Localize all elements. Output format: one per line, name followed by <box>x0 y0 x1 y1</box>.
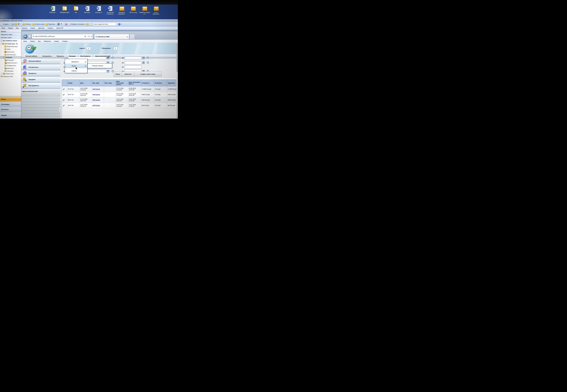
col-debt[interactable]: Задолжен <box>167 80 177 86</box>
desktop-icon-mail-msg[interactable]: Если у переводчи... <box>151 6 162 15</box>
crm-side-counterparties[interactable]: Контрагенты <box>21 64 60 70</box>
nav-contacts-button[interactable]: Контакты <box>0 107 21 112</box>
desktop-icon-excel[interactable]: X ОПЛАТЫ!!.... <box>47 6 59 15</box>
reply-all-button[interactable]: Ответить всем <box>32 22 45 26</box>
clock-icon[interactable] <box>111 57 114 59</box>
tree-item-folder[interactable]: Нежелательная п <box>0 61 21 64</box>
tree-item-folder[interactable]: Deleted Messages <box>0 45 21 48</box>
menu-help[interactable]: Справка <box>47 27 53 29</box>
table-row[interactable]: 95-07-16 12.07.2016 16:27:26 AHI Carrier… <box>62 97 177 103</box>
legal-entity-link[interactable]: AHI Carrier <box>93 88 100 90</box>
legal-entity-link[interactable]: AHI Carrier <box>93 99 100 101</box>
col-end-plan[interactable]: Дата окончания (план.) <box>116 80 128 86</box>
desktop-icon-folder[interactable]: ПЕРЕДАЧА ДЕЛ <box>59 6 70 15</box>
date-to-input[interactable] <box>125 65 141 69</box>
address-book-search-combo[interactable]: поиск в адресной книге ▾ <box>93 23 117 26</box>
tree-item-folder[interactable]: RSS-каналы <box>0 51 21 53</box>
desktop-icon-mail-msg[interactable]: FW тест.msg <box>128 6 139 15</box>
menu-go[interactable]: Переход <box>22 27 27 29</box>
menu-edit[interactable]: Правка <box>8 27 13 29</box>
tree-item-inbox-selected[interactable]: + Входящие <box>0 56 21 59</box>
date-to-input[interactable] <box>125 61 141 64</box>
edit-pencil-icon[interactable] <box>63 104 65 106</box>
all-mail-items[interactable]: Все элементы почты <box>0 39 21 42</box>
crm-side-sales[interactable]: Продажи <box>21 77 60 83</box>
desktop-icon-word-doc[interactable]: W Устники для силовых.d... <box>105 6 116 15</box>
clock-icon[interactable] <box>111 70 114 72</box>
legal-entity-link[interactable]: AHI Carrier <box>93 105 100 106</box>
calendar-icon[interactable] <box>142 57 145 59</box>
calendar-icon[interactable] <box>107 57 109 59</box>
open-folder-icon[interactable] <box>86 23 88 25</box>
col-cost[interactable]: Стоимость <box>141 80 154 86</box>
requests-counter-value[interactable]: 0 <box>113 47 117 50</box>
ie-menu-help[interactable]: Справка <box>62 41 68 42</box>
search-dropdown-icon[interactable]: ▾ <box>87 36 87 37</box>
vertical-scrollbar[interactable] <box>177 43 178 119</box>
desktop-icon-mail-msg[interactable]: FW новые переводчи... <box>116 6 128 15</box>
tree-item-folder[interactable]: Drafts <box>0 48 21 51</box>
ie-menu-file[interactable]: Файл <box>23 41 27 42</box>
menu-tools[interactable]: Сервис <box>30 27 35 29</box>
toolbar-options-icon[interactable]: ▾ <box>122 24 122 25</box>
nav-tasks-button[interactable]: Задачи <box>0 112 21 119</box>
chevron-down-icon[interactable]: ▾ <box>115 24 116 25</box>
legal-entity-link[interactable]: AHI Carrier <box>93 94 100 95</box>
crm-nav-personal[interactable]: Личный кабинет <box>23 54 40 58</box>
nav-calendar-button[interactable]: Календарь <box>0 102 21 107</box>
crm-side-tools[interactable]: Инструменты <box>21 83 60 89</box>
submenu-item-order-positions[interactable]: Позиции заказов <box>92 65 103 67</box>
col-date[interactable]: Дата <box>80 80 92 86</box>
tree-item-folder[interactable]: Исходящие <box>0 59 21 61</box>
nav-mail-button[interactable]: Почта <box>0 97 21 102</box>
table-row[interactable]: 94-07-16 12.07.2016 16:26:19 AHI Carrier… <box>62 103 177 108</box>
crm-side-performer-prices[interactable]: Цены исполнителей <box>21 89 60 94</box>
menu-view[interactable]: Вид <box>16 27 19 29</box>
new-mail-button[interactable]: Создать ▾ <box>0 22 10 26</box>
table-row[interactable]: 97-07-16 12.07.2016 17:04:18 AHI Carrier… <box>62 86 177 92</box>
menu-actions[interactable]: Действия <box>38 27 44 29</box>
scrollbar-thumb[interactable] <box>177 43 178 72</box>
desktop-icon-word-doc[interactable]: W Переводч... <box>82 6 93 15</box>
col-legal-entity[interactable]: Юр. лицо <box>92 80 104 86</box>
tasks-counter-value[interactable]: 0 <box>86 47 91 50</box>
menu-adobe-pdf[interactable]: Adobe PDF <box>56 27 64 29</box>
expand-icon[interactable]: + <box>1 73 3 74</box>
expand-icon[interactable]: + <box>0 43 2 44</box>
edit-pencil-icon[interactable] <box>63 88 65 90</box>
crm-side-personal[interactable]: Личный кабинет <box>21 58 60 64</box>
mail-folders-section[interactable]: Почтовые папки <box>0 36 21 39</box>
calendar-icon[interactable] <box>107 70 109 72</box>
desktop-icon-folder[interactable]: Ann <box>70 6 82 15</box>
ie-menu-edit[interactable]: Правка <box>30 41 35 42</box>
tree-item-mailbox[interactable]: + Почтовый ящик - Ан <box>0 42 21 45</box>
pane-scroll-arrow[interactable]: ◂ <box>59 107 61 112</box>
menu-item-documents[interactable]: Документы▶ <box>65 60 87 63</box>
col-end-fact[interactable]: Дата окончания (факт.) <box>128 80 141 86</box>
tree-item-archive[interactable]: Архивные папки <box>0 75 21 78</box>
print-icon[interactable] <box>12 23 14 25</box>
crm-nav-counterparties[interactable]: Контрагенты <box>40 54 54 58</box>
search-button[interactable]: Поиск <box>114 71 122 77</box>
date-to-input[interactable] <box>125 57 141 59</box>
follow-up-flag-icon[interactable]: ⚑ <box>61 23 62 25</box>
col-number[interactable]: Номер <box>67 80 80 86</box>
pane-resize-grip[interactable]: ····· <box>0 95 21 97</box>
color-categories-icon[interactable] <box>57 23 59 25</box>
ie-menu-tools[interactable]: Сервис <box>54 41 59 42</box>
address-book-icon[interactable] <box>90 23 92 25</box>
tree-item-folder[interactable]: Черновики <box>0 70 21 72</box>
col-person[interactable]: Физ. лицо <box>104 80 116 86</box>
back-button[interactable] <box>23 34 28 39</box>
send-receive-button[interactable]: Отправить и получить ▾ <box>67 22 86 26</box>
clear-button[interactable]: Очистить <box>122 71 134 77</box>
ie-menu-view[interactable]: Вид <box>38 41 41 42</box>
forward-button[interactable]: Переслать <box>45 22 56 26</box>
crm-nav-processes[interactable]: Процессы <box>54 54 67 58</box>
refresh-icon[interactable]: ↻ <box>88 35 90 37</box>
move-to-folder-icon[interactable] <box>15 23 17 25</box>
clock-icon[interactable] <box>147 61 149 64</box>
tree-item-folder[interactable]: Удаленные <box>0 67 21 70</box>
col-paid[interactable]: В оплатах <box>154 80 167 86</box>
help-icon[interactable]: ? <box>118 23 120 25</box>
